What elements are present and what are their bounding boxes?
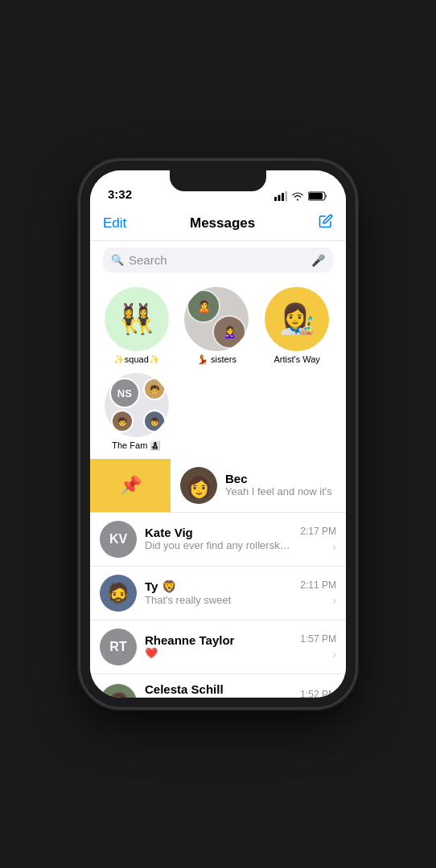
ty-preview: That's really sweet (145, 594, 292, 608)
ty-name: Ty 🦁 (145, 579, 292, 594)
bec-name: Bec (225, 472, 336, 485)
messages-title: Messages (190, 215, 255, 231)
rheanne-avatar: RT (100, 628, 137, 665)
artists-way-label: Artist's Way (274, 354, 319, 364)
group-fam[interactable]: NS 🧒 👦 🧒 The Fam 👩‍👧‍👦 (97, 373, 177, 451)
kate-vig-time: 2:17 PM (300, 526, 336, 537)
svg-rect-5 (309, 193, 323, 199)
fam-sub2: 👦 (143, 410, 166, 432)
search-icon: 🔍 (111, 254, 124, 266)
message-celesta-schill[interactable]: 👩 Celesta Schill You loved "Let me think… (90, 674, 346, 698)
bec-message-content: 👩 Bec Yeah I feel and now it's (171, 459, 346, 512)
celesta-name: Celesta Schill (145, 682, 292, 696)
ty-avatar: 🧔 (100, 575, 137, 612)
messages-list: 📌 👩 Bec Yeah I feel and now it's KV Kate… (90, 459, 346, 698)
squad-label: ✨squad✨ (113, 354, 160, 365)
search-placeholder: Search (129, 253, 306, 267)
mic-icon: 🎤 (311, 254, 325, 267)
status-time: 3:32 (108, 187, 132, 201)
search-bar: 🔍 Search 🎤 (90, 241, 346, 279)
kate-vig-chevron: › (332, 540, 336, 553)
message-ty[interactable]: 🧔 Ty 🦁 That's really sweet 2:11 PM › (90, 567, 346, 620)
sisters-photo-2: 🙎‍♀️ (212, 315, 246, 349)
compose-button[interactable] (319, 214, 333, 232)
fam-sub3: 🧒 (111, 410, 134, 432)
notch (170, 170, 266, 191)
ty-chevron: › (332, 594, 336, 607)
kate-vig-avatar: KV (100, 521, 137, 558)
svg-rect-3 (286, 191, 288, 201)
fam-avatar: NS 🧒 👦 🧒 (105, 373, 169, 437)
edit-button[interactable]: Edit (103, 215, 126, 231)
kate-vig-meta: 2:17 PM › (300, 526, 336, 553)
ty-content: Ty 🦁 That's really sweet (145, 579, 292, 608)
rheanne-chevron: › (332, 648, 336, 661)
bec-avatar: 👩 (180, 467, 217, 504)
pin-indicator: 📌 (90, 459, 171, 512)
artists-way-avatar: 👩‍🎨 (265, 287, 329, 351)
ty-time: 2:11 PM (300, 579, 336, 591)
svg-rect-2 (282, 193, 284, 201)
squad-avatar: 👯‍♀️ (105, 287, 169, 351)
bec-preview: Yeah I feel and now it's (225, 485, 336, 499)
celesta-content: Celesta Schill You loved "Let me think o… (145, 682, 292, 698)
rheanne-time: 1:57 PM (300, 633, 336, 645)
fam-label: The Fam 👩‍👧‍👦 (112, 440, 161, 451)
celesta-meta: 1:52 PM › (300, 689, 336, 698)
celesta-preview: You loved "Let me think on a deadline an… (145, 696, 292, 698)
search-input-container[interactable]: 🔍 Search 🎤 (103, 248, 333, 272)
group-sisters[interactable]: 🙎 🙎‍♀️ 💃 sisters (177, 287, 257, 365)
wifi-icon (291, 191, 304, 201)
svg-rect-1 (278, 195, 281, 202)
kate-vig-content: Kate Vig Did you ever find any rollerska… (145, 526, 292, 553)
status-icons (274, 191, 328, 201)
group-squad[interactable]: 👯‍♀️ ✨squad✨ (97, 287, 177, 365)
nav-bar: Edit Messages (90, 206, 346, 241)
rheanne-name: Rheanne Taylor (145, 633, 292, 647)
rheanne-preview: ❤️ (145, 647, 292, 661)
bec-text-content: Bec Yeah I feel and now it's (225, 472, 336, 499)
rheanne-content: Rheanne Taylor ❤️ (145, 633, 292, 661)
pinned-message-bec[interactable]: 📌 👩 Bec Yeah I feel and now it's (90, 459, 346, 513)
kate-vig-preview: Did you ever find any rollerskates? (145, 539, 292, 553)
celesta-avatar: 👩 (100, 684, 137, 698)
signal-icon (274, 191, 287, 201)
groups-row-1: 👯‍♀️ ✨squad✨ 🙎 🙎‍♀️ 💃 sisters 👩‍🎨 Artist… (90, 279, 346, 373)
kate-vig-name: Kate Vig (145, 526, 292, 539)
group-artists-way[interactable]: 👩‍🎨 Artist's Way (257, 287, 337, 365)
battery-icon (308, 191, 328, 201)
message-kate-vig[interactable]: KV Kate Vig Did you ever find any roller… (90, 513, 346, 567)
phone-frame: 3:32 (80, 161, 356, 707)
sisters-avatar: 🙎 🙎‍♀️ (184, 287, 249, 351)
sisters-label: 💃 sisters (197, 354, 237, 365)
svg-rect-0 (274, 197, 277, 201)
pin-icon: 📌 (120, 475, 142, 496)
fam-sub1: 🧒 (143, 378, 166, 400)
message-rheanne-taylor[interactable]: RT Rheanne Taylor ❤️ 1:57 PM › (90, 620, 346, 674)
ty-meta: 2:11 PM › (300, 579, 336, 607)
celesta-time: 1:52 PM (300, 689, 336, 698)
rheanne-meta: 1:57 PM › (300, 633, 336, 661)
groups-row-2: NS 🧒 👦 🧒 The Fam 👩‍👧‍👦 (90, 373, 346, 459)
fam-initial-ns: NS (109, 378, 140, 408)
compose-icon (319, 214, 333, 228)
sisters-photo-1: 🙎 (187, 289, 220, 323)
phone-screen: 3:32 (90, 170, 346, 698)
